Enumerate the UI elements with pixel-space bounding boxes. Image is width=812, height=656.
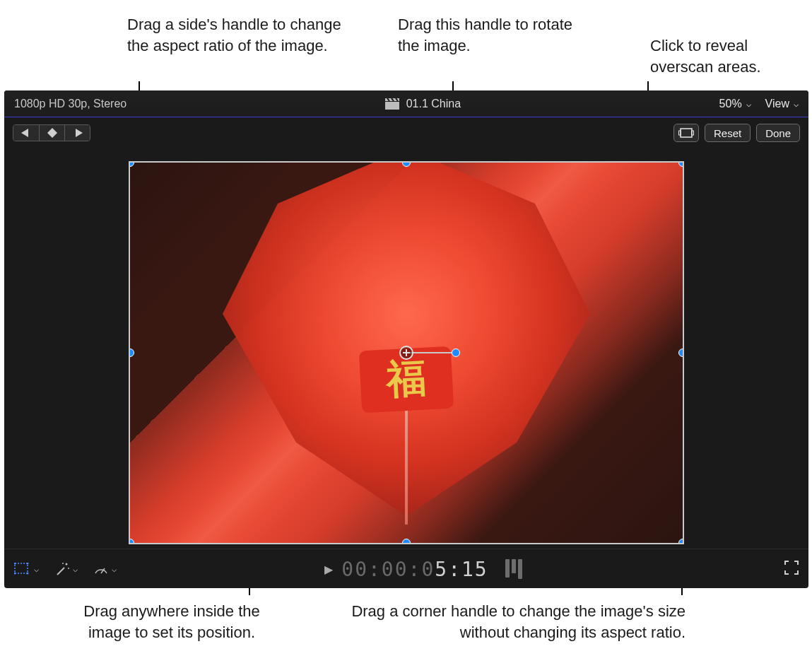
viewer-topbar: 1080p HD 30p, Stereo 01.1 China 50% ⌵ Vi…	[4, 90, 808, 117]
overscan-toggle-button[interactable]	[673, 124, 699, 142]
fullscreen-button[interactable]	[784, 561, 799, 578]
done-button[interactable]: Done	[756, 124, 800, 142]
rotate-arm	[406, 352, 456, 353]
corner-handle-tr[interactable]	[678, 163, 683, 167]
callout-side-handle: Drag a side's handle to change the aspec…	[127, 14, 360, 56]
timecode-dim: 00:00:0	[341, 557, 435, 580]
transform-tool-menu[interactable]: ⌵	[14, 563, 39, 575]
svg-marker-6	[47, 128, 57, 138]
svg-point-19	[62, 563, 64, 564]
prev-keyframe-button[interactable]	[13, 125, 39, 141]
viewer-toolbar: Reset Done	[4, 117, 808, 148]
next-keyframe-button[interactable]	[64, 125, 90, 141]
viewer-window: 1080p HD 30p, Stereo 01.1 China 50% ⌵ Vi…	[4, 90, 808, 588]
format-spec: 1080p HD 30p, Stereo	[14, 98, 126, 110]
zoom-label: 50%	[719, 98, 742, 110]
callout-rotate-handle: Drag this handle to rotate the image.	[398, 14, 575, 56]
transform-icon	[14, 563, 31, 575]
view-menu[interactable]: View ⌵	[765, 98, 799, 110]
audio-meter	[505, 559, 522, 579]
chevron-down-icon: ⌵	[34, 564, 39, 574]
svg-point-15	[27, 572, 29, 574]
timecode-display: 00:00:05:15	[341, 557, 488, 580]
clip-frame[interactable]: 福	[130, 163, 683, 543]
timecode-bright: 5:15	[435, 557, 488, 580]
reset-button[interactable]: Reset	[705, 124, 751, 142]
chevron-down-icon: ⌵	[746, 99, 751, 109]
svg-rect-8	[681, 129, 692, 137]
overscan-icon	[678, 127, 694, 139]
svg-marker-5	[21, 129, 28, 137]
chevron-down-icon: ⌵	[794, 99, 799, 109]
svg-line-16	[57, 568, 64, 575]
corner-handle-br[interactable]	[678, 539, 683, 543]
svg-point-14	[14, 572, 16, 574]
svg-marker-7	[76, 129, 83, 137]
svg-point-17	[66, 563, 68, 565]
fullscreen-icon	[784, 561, 799, 575]
keyframe-nav-group	[13, 124, 90, 141]
side-handle-left[interactable]	[130, 348, 134, 357]
callout-corner: Drag a corner handle to change the image…	[325, 601, 686, 643]
side-handle-bottom[interactable]	[402, 539, 411, 543]
svg-point-13	[27, 563, 29, 565]
svg-point-12	[14, 563, 16, 565]
svg-rect-9	[678, 131, 681, 135]
svg-rect-11	[15, 563, 28, 573]
zoom-menu[interactable]: 50% ⌵	[719, 98, 751, 110]
corner-handle-bl[interactable]	[130, 539, 134, 543]
clip-title: 01.1 China	[406, 98, 461, 110]
callout-overscan: Click to reveal overscan areas.	[650, 35, 812, 77]
svg-rect-0	[385, 102, 399, 110]
play-button[interactable]: ▶	[324, 562, 333, 575]
viewer-canvas: 福	[4, 148, 808, 549]
svg-rect-10	[691, 131, 693, 135]
clapper-icon	[385, 98, 399, 110]
callout-inside: Drag anywhere inside the image to set it…	[62, 601, 281, 643]
clip-title-area: 01.1 China	[134, 98, 712, 110]
chevron-down-icon: ⌵	[112, 564, 117, 574]
svg-point-18	[68, 568, 69, 569]
enhance-menu[interactable]: ⌵	[54, 562, 78, 576]
playhead-area: ▶ 00:00:05:15	[324, 557, 488, 580]
add-keyframe-button[interactable]	[39, 125, 64, 141]
view-label: View	[765, 98, 789, 110]
corner-handle-tl[interactable]	[130, 163, 134, 167]
chevron-down-icon: ⌵	[73, 564, 78, 574]
side-handle-right[interactable]	[678, 348, 683, 357]
viewer-bottombar: ⌵ ⌵ ⌵ ▶ 00:00:05:15	[4, 549, 808, 588]
retime-gauge-icon	[93, 562, 109, 576]
fu-character: 福	[385, 352, 428, 408]
retime-menu[interactable]: ⌵	[93, 562, 117, 576]
center-pivot[interactable]	[399, 346, 413, 360]
enhance-wand-icon	[54, 562, 70, 576]
rotate-handle[interactable]	[452, 348, 460, 357]
